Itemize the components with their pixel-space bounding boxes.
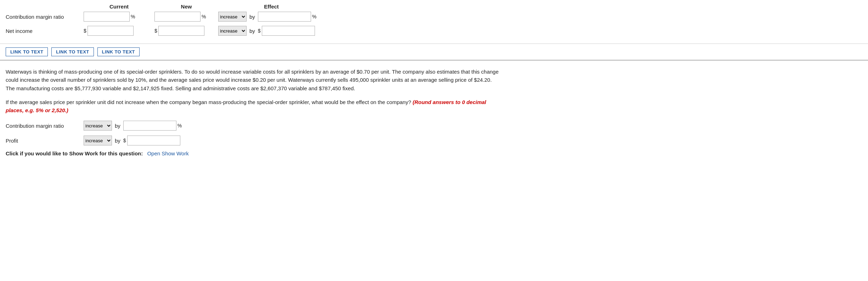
effect-net-income-prefix: $ <box>258 28 261 34</box>
effect-contribution-margin-select[interactable]: increase decrease <box>218 12 247 22</box>
new-contribution-margin-suffix: % <box>202 14 206 19</box>
effect-contribution-margin: increase decrease by % <box>218 12 321 22</box>
header-current: Current <box>84 4 154 10</box>
effect-net-income: increase decrease by $ <box>218 26 315 36</box>
table-header: Current New Effect <box>6 4 862 10</box>
question-text: If the average sales price per sprinkler… <box>6 98 502 115</box>
current-contribution-margin-suffix: % <box>131 14 135 19</box>
links-section: LINK TO TEXT LINK TO TEXT LINK TO TEXT <box>0 44 868 61</box>
bottom-contribution-margin-input[interactable] <box>123 121 176 131</box>
bottom-effect-profit-select[interactable]: increase decrease <box>84 136 112 145</box>
by-label-1: by <box>249 14 255 20</box>
show-work-label: Click if you would like to Show Work for… <box>6 150 143 156</box>
row-contribution-margin: Contribution margin ratio % % increase d… <box>6 12 862 22</box>
link-to-text-button-2[interactable]: LINK TO TEXT <box>51 47 94 56</box>
label-net-income: Net income <box>6 28 84 34</box>
new-net-income-input[interactable] <box>158 26 204 36</box>
header-effect: Effect <box>218 4 325 10</box>
effect-net-income-input[interactable] <box>262 26 315 36</box>
current-net-income-input[interactable] <box>88 26 134 36</box>
new-net-income: $ <box>154 26 218 36</box>
by-label-2: by <box>249 28 255 34</box>
bottom-section: Waterways is thinking of mass-producing … <box>0 61 868 164</box>
top-section: Current New Effect Contribution margin r… <box>0 0 868 44</box>
bottom-contribution-margin-suffix: % <box>177 123 182 128</box>
current-contribution-margin-input[interactable] <box>84 12 130 22</box>
label-contribution-margin: Contribution margin ratio <box>6 14 84 20</box>
current-net-income-prefix: $ <box>84 28 86 34</box>
new-contribution-margin-input[interactable] <box>154 12 201 22</box>
current-contribution-margin: % <box>84 12 154 22</box>
bottom-label-contribution-margin: Contribution margin ratio <box>6 123 84 129</box>
bottom-label-profit: Profit <box>6 138 84 144</box>
problem-paragraph: Waterways is thinking of mass-producing … <box>6 68 502 92</box>
effect-contribution-margin-input[interactable] <box>258 12 311 22</box>
link-to-text-button-1[interactable]: LINK TO TEXT <box>6 47 48 56</box>
bottom-by-label-2: by <box>115 138 120 144</box>
bottom-profit-prefix: $ <box>123 138 126 143</box>
bottom-by-label-1: by <box>115 123 120 129</box>
show-work-section: Click if you would like to Show Work for… <box>6 150 862 156</box>
row-net-income: Net income $ $ increase decrease by $ <box>6 26 862 36</box>
open-show-work-link[interactable]: Open Show Work <box>147 150 188 156</box>
question-part1: If the average sales price per sprinkler… <box>6 99 411 105</box>
bottom-profit-input[interactable] <box>127 136 180 145</box>
link-to-text-button-3[interactable]: LINK TO TEXT <box>97 47 140 56</box>
bottom-effect-contribution-margin-select[interactable]: increase decrease <box>84 121 112 131</box>
current-net-income: $ <box>84 26 154 36</box>
bottom-row-profit: Profit increase decrease by $ <box>6 136 862 145</box>
new-contribution-margin: % <box>154 12 218 22</box>
effect-contribution-margin-suffix: % <box>312 14 316 19</box>
bottom-row-contribution-margin: Contribution margin ratio increase decre… <box>6 121 862 131</box>
header-new: New <box>154 4 218 10</box>
effect-net-income-select[interactable]: increase decrease <box>218 26 247 36</box>
new-net-income-prefix: $ <box>154 28 157 34</box>
